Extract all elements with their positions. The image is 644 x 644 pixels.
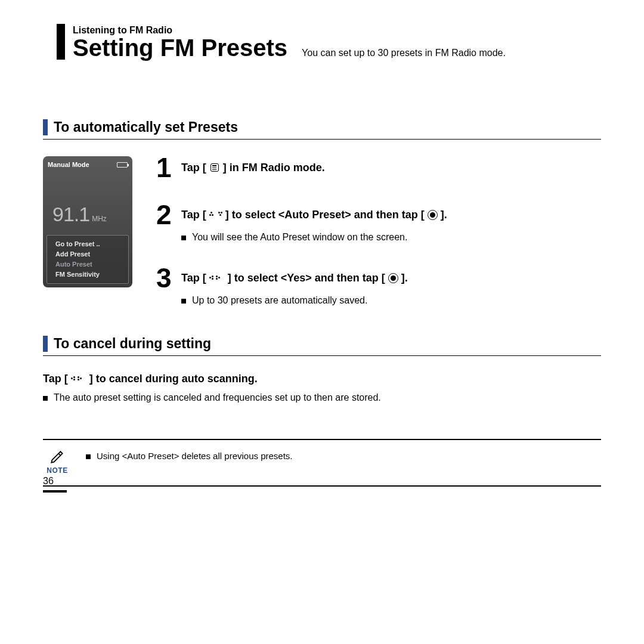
step-title: Tap [ ] to select <Auto Preset> and then… bbox=[181, 209, 601, 221]
page-subtitle: You can set up to 30 presets in FM Radio… bbox=[302, 48, 506, 58]
note-box: NOTE Using <Auto Preset> deletes all pre… bbox=[43, 439, 601, 487]
step-detail: Up to 30 presets are automatically saved… bbox=[181, 295, 601, 306]
bullet-icon bbox=[181, 236, 186, 240]
header-rule bbox=[57, 24, 65, 60]
step-number: 2 bbox=[156, 203, 173, 227]
step-title: Tap [ ] to select <Yes> and then tap [ ]… bbox=[181, 272, 601, 284]
section-heading: To cancel during setting bbox=[43, 336, 601, 352]
battery-icon bbox=[117, 162, 128, 168]
device-menu: Go to Preset .. Add Preset Auto Preset F… bbox=[47, 235, 129, 284]
page-tab bbox=[43, 490, 67, 493]
device-menu-item: FM Sensitivity bbox=[52, 270, 123, 280]
step-detail: You will see the Auto Preset window on t… bbox=[181, 232, 601, 243]
step-number: 3 bbox=[156, 267, 173, 290]
bullet-icon bbox=[43, 396, 48, 401]
step-number: 1 bbox=[156, 156, 173, 179]
select-icon bbox=[388, 273, 398, 283]
section-rule bbox=[43, 355, 601, 356]
device-menu-item: Go to Preset .. bbox=[52, 239, 123, 249]
cancel-instruction: Tap [ ] to cancel during auto scanning. bbox=[43, 373, 601, 385]
section-heading: To automatically set Presets bbox=[43, 119, 601, 135]
menu-icon bbox=[209, 163, 220, 172]
cancel-detail: The auto preset setting is canceled and … bbox=[43, 392, 601, 403]
updown-icon bbox=[209, 212, 222, 216]
device-menu-item-active: Auto Preset bbox=[52, 259, 123, 270]
note-icon bbox=[49, 448, 66, 465]
device-frequency-unit: MHz bbox=[92, 215, 107, 223]
bullet-icon bbox=[86, 454, 91, 459]
device-mode-label: Manual Mode bbox=[48, 161, 89, 168]
device-screenshot: Manual Mode 91.1 MHz Go to Preset .. Add… bbox=[43, 156, 132, 287]
step-title: Tap [ ] in FM Radio mode. bbox=[181, 162, 601, 174]
page-number: 36 bbox=[43, 476, 54, 487]
leftright-icon bbox=[209, 275, 225, 280]
leftright-icon bbox=[71, 376, 86, 380]
select-icon bbox=[428, 210, 438, 220]
page-title: Setting FM Presets bbox=[73, 36, 287, 60]
section-rule bbox=[43, 139, 601, 140]
device-frequency: 91.1 bbox=[52, 203, 89, 226]
manual-page: Listening to FM Radio Setting FM Presets… bbox=[0, 0, 644, 504]
step: 2 Tap [ ] to select <Auto Preset> and th… bbox=[156, 203, 601, 243]
section-cancel: To cancel during setting Tap [ ] to canc… bbox=[43, 336, 601, 403]
page-header: Listening to FM Radio Setting FM Presets… bbox=[73, 25, 601, 60]
note-label: NOTE bbox=[47, 466, 67, 475]
section-auto-presets: To automatically set Presets Manual Mode… bbox=[43, 119, 601, 306]
bullet-icon bbox=[181, 299, 186, 304]
step: 1 Tap [ ] in FM Radio mode. bbox=[156, 156, 601, 179]
steps-list: 1 Tap [ ] in FM Radio mode. 2 Ta bbox=[156, 156, 601, 306]
step: 3 Tap [ ] to select <Yes> and then tap [… bbox=[156, 267, 601, 306]
device-menu-item: Add Preset bbox=[52, 249, 123, 259]
note-text: Using <Auto Preset> deletes all previous… bbox=[97, 451, 293, 461]
